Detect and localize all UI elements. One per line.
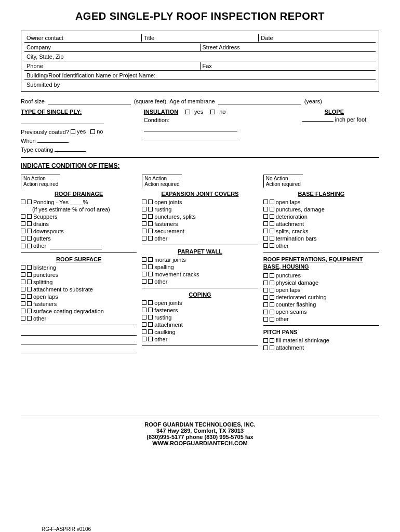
surface-item-0: blistering <box>21 264 137 271</box>
footer-website: WWW.ROOFGUARDIANTECH.COM <box>21 440 379 446</box>
street-address-label: Street Address <box>203 44 240 50</box>
drainage-cb2-5[interactable] <box>27 244 32 248</box>
prev-coated-yes: yes <box>71 128 86 135</box>
legend-action-required-mid: Action required <box>144 181 179 187</box>
owner-contact-label: Owner contact <box>26 35 63 41</box>
title-label: Title <box>144 35 154 41</box>
company-label: Company <box>26 44 51 50</box>
slope-section: SLOPE inch per foot <box>289 109 379 123</box>
owner-contact-cell: Owner contact <box>24 34 142 42</box>
pw-item-2: movement cracks <box>142 271 258 277</box>
coping-item-2: rusting <box>142 314 258 321</box>
drainage-cb1-4[interactable] <box>21 236 25 241</box>
bf-item-3: attachment <box>263 221 379 227</box>
drainage-cb1-0[interactable] <box>21 200 25 204</box>
previously-coated-row: Previously coated? yes no <box>21 128 134 135</box>
fax-label: Fax <box>203 63 212 69</box>
col-divider-mid-1 <box>142 245 258 245</box>
col-divider-right-1 <box>263 252 379 252</box>
coping-title: COPING <box>142 291 258 298</box>
company-cell: Company <box>24 44 201 51</box>
footer-company: ROOF GUARDIAN TECHNOLOGIES, INC. <box>21 421 379 428</box>
drainage-cb1-2[interactable] <box>21 221 25 226</box>
submitted-by-cell: Submitted by <box>24 81 376 88</box>
rp-item-1: physical damage <box>263 280 379 286</box>
date-label: Date <box>261 35 273 41</box>
roof-drainage-title: ROOF DRAINAGE <box>21 191 137 197</box>
drainage-item-3: downspouts <box>21 228 137 234</box>
age-membrane-field[interactable] <box>218 97 301 104</box>
drainage-label-1: Scuppers <box>33 214 57 220</box>
ejc-item-2: punctures, splits <box>142 214 258 220</box>
type-coating-label: Type coating <box>21 147 53 153</box>
coping-item-4: caulking <box>142 329 258 335</box>
pw-item-0: mortar joints <box>142 257 258 263</box>
title-cell: Title <box>142 34 259 42</box>
prev-coated-yes-checkbox[interactable] <box>71 129 75 134</box>
slope-sub-label: inch per foot <box>335 116 367 123</box>
indicate-header: INDICATE CONDITION OF ITEMS: <box>21 162 379 169</box>
drainage-cb2-2[interactable] <box>27 221 32 226</box>
rp-item-0: punctures <box>263 272 379 278</box>
insulation-label: INSULATION <box>144 109 178 115</box>
drainage-cb2-4[interactable] <box>27 236 32 241</box>
main-three-col: No Action Action required ROOF DRAINAGE … <box>21 175 379 353</box>
ejc-item-4: securement <box>142 228 258 234</box>
condition-label: Condition: <box>144 117 170 123</box>
drainage-cb1-5[interactable] <box>21 244 25 248</box>
drainage-other-field[interactable] <box>50 243 102 249</box>
type-coating-field[interactable] <box>55 145 86 152</box>
slope-field[interactable] <box>302 115 334 122</box>
surface-item-3: attachment to substrate <box>21 286 137 292</box>
footer-section: ROOF GUARDIAN TECHNOLOGIES, INC. 347 Hwy… <box>21 416 379 446</box>
insulation-no-checkbox[interactable] <box>210 110 215 114</box>
drainage-label-4: gutters <box>33 235 51 242</box>
coping-item-3: attachment <box>142 322 258 328</box>
bf-item-0: open laps <box>263 199 379 205</box>
surface-item-1: punctures <box>21 272 137 278</box>
prev-coated-no: no <box>90 128 103 135</box>
coping-item-1: fasteners <box>142 307 258 313</box>
street-address-cell: Street Address <box>201 44 376 51</box>
surface-item-7: other <box>21 315 137 322</box>
base-flashing-title: BASE FLASHING <box>263 191 379 197</box>
col-divider-1 <box>21 252 137 253</box>
parapet-wall-title: PARAPET WALL <box>142 248 258 255</box>
drainage-cb1-3[interactable] <box>21 229 25 233</box>
surface-item-6: surface coating degradation <box>21 308 137 314</box>
city-state-zip-label: City, State, Zip <box>26 54 63 60</box>
prev-coated-no-checkbox[interactable] <box>90 129 95 134</box>
roof-size-field[interactable] <box>48 97 131 104</box>
legend-no-action: No Action <box>23 176 58 181</box>
roof-size-label: Roof size <box>21 98 45 104</box>
phone-label: Phone <box>26 63 43 69</box>
building-cell: Building/Roof Identification Name or Pro… <box>24 72 376 79</box>
date-cell: Date <box>259 34 376 42</box>
surface-item-2: splitting <box>21 279 137 285</box>
pw-item-1: spalling <box>142 264 258 270</box>
surface-item-4: open laps <box>21 294 137 300</box>
drainage-cb2-3[interactable] <box>27 229 32 233</box>
bf-item-6: other <box>263 243 379 249</box>
when-field[interactable] <box>37 136 69 143</box>
pp-item-0: fill material shrinkage <box>263 337 379 343</box>
drainage-subtext: (if yes estimate % of roof area) <box>32 206 137 212</box>
drainage-item-4: gutters <box>21 235 137 242</box>
rp-item-4: counter flashing <box>263 301 379 308</box>
drainage-cb1-1[interactable] <box>21 214 25 219</box>
col-divider-right-2 <box>263 325 379 326</box>
ejc-item-1: rusting <box>142 206 258 212</box>
phone-cell: Phone <box>24 62 201 70</box>
bf-item-1: punctures, damage <box>263 206 379 212</box>
insulation-yes-checkbox[interactable] <box>185 110 190 114</box>
drainage-cb2-1[interactable] <box>27 214 32 219</box>
drainage-item-1: Scuppers <box>21 214 137 220</box>
drainage-label-5: other <box>33 243 46 249</box>
drainage-cb2-0[interactable] <box>27 200 32 204</box>
legend-action-required-right: Action required <box>266 181 301 187</box>
ejc-item-5: other <box>142 235 258 242</box>
page-title: AGED SINGLE-PLY ROOF INSPECTION REPORT <box>21 10 379 22</box>
rp-item-5: open seams <box>263 309 379 315</box>
legend-middle: No Action Action required <box>142 175 181 188</box>
footer-phone: (830)995-5177 phone (830) 995-5705 fax <box>21 434 379 440</box>
